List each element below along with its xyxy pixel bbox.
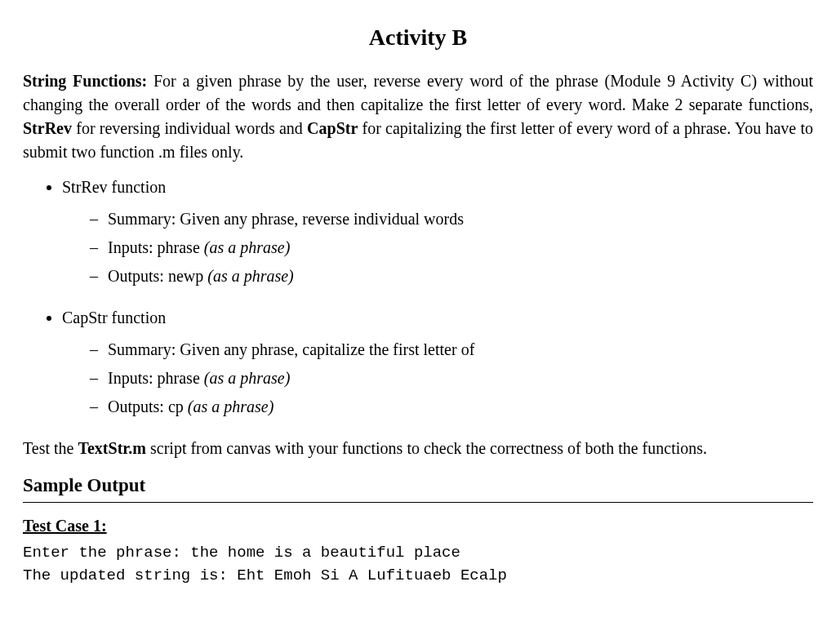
list-item: CapStr function Summary: Given any phras… — [62, 306, 813, 419]
summary-text: Summary: Given any phrase, capitalize th… — [108, 340, 474, 358]
inputs-hint: (as a phrase) — [204, 369, 291, 387]
test-case-heading: Test Case 1: — [23, 514, 813, 538]
outputs-hint: (as a phrase) — [207, 267, 294, 285]
sample-output-heading: Sample Output — [23, 472, 813, 503]
function-name: CapStr function — [62, 309, 166, 326]
intro-capstr: CapStr — [307, 119, 358, 137]
list-item: StrRev function Summary: Given any phras… — [62, 175, 813, 288]
outputs-label: Outputs: newp — [108, 267, 207, 285]
list-item: Outputs: cp (as a phrase) — [90, 395, 813, 419]
list-item: Outputs: newp (as a phrase) — [90, 264, 813, 288]
list-item: Summary: Given any phrase, reverse indiv… — [90, 207, 813, 231]
outputs-label: Outputs: cp — [108, 398, 188, 415]
function-details: Summary: Given any phrase, capitalize th… — [62, 338, 813, 419]
intro-strrev: StrRev — [23, 119, 72, 137]
intro-paragraph: String Functions: For a given phrase by … — [23, 69, 813, 164]
test-note: Test the TextStr.m script from canvas wi… — [23, 437, 813, 460]
test-case-line-1: Enter the phrase: the home is a beautifu… — [23, 541, 813, 565]
summary-text: Summary: Given any phrase, reverse indiv… — [108, 210, 464, 228]
test-case-line-2: The updated string is: Eht Emoh Si A Luf… — [23, 564, 813, 588]
outputs-hint: (as a phrase) — [188, 398, 274, 415]
intro-text-2: for reversing individual words and — [72, 119, 307, 137]
list-item: Summary: Given any phrase, capitalize th… — [90, 338, 813, 362]
document-page: Activity B String Functions: For a given… — [0, 0, 836, 644]
function-name: StrRev function — [62, 178, 166, 196]
list-item: Inputs: phrase (as a phrase) — [90, 366, 813, 390]
inputs-hint: (as a phrase) — [204, 238, 291, 256]
function-list: StrRev function Summary: Given any phras… — [23, 175, 813, 419]
test-script-name: TextStr.m — [78, 439, 146, 457]
test-note-pre: Test the — [23, 439, 78, 457]
function-details: Summary: Given any phrase, reverse indiv… — [62, 207, 813, 288]
list-item: Inputs: phrase (as a phrase) — [90, 236, 813, 260]
test-note-post: script from canvas with your functions t… — [146, 439, 707, 457]
inputs-label: Inputs: phrase — [108, 369, 204, 387]
intro-lead: String Functions: — [23, 72, 147, 90]
inputs-label: Inputs: phrase — [108, 238, 204, 256]
activity-title: Activity B — [23, 21, 813, 55]
